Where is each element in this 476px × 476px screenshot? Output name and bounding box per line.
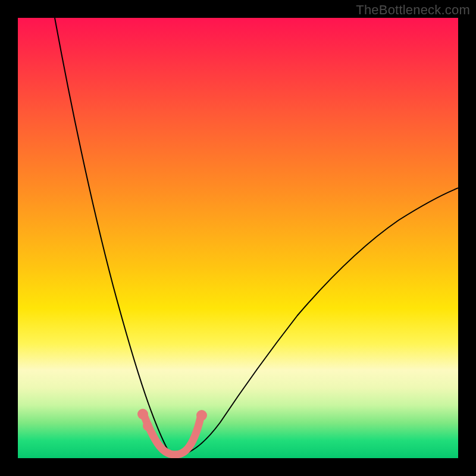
right-branch-curve: [176, 188, 458, 456]
left-branch-curve: [55, 18, 176, 456]
optimal-region-curve: [144, 415, 201, 455]
left-knee-marker-2: [143, 421, 152, 431]
plot-area: [18, 18, 458, 458]
chart-frame: TheBottleneck.com: [0, 0, 476, 476]
right-knee-marker: [196, 410, 207, 421]
watermark-text: TheBottleneck.com: [356, 2, 470, 18]
left-knee-marker-1: [137, 409, 148, 419]
curve-layer: [18, 18, 458, 458]
